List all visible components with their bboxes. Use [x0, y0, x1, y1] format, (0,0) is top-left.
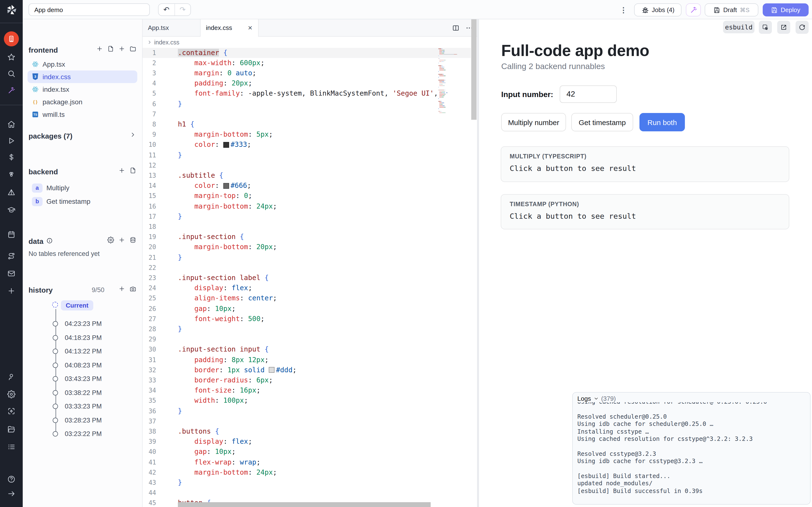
- backend-item-multiply[interactable]: aMultiply: [28, 181, 137, 194]
- run-both-button[interactable]: Run both: [640, 113, 685, 131]
- code-line-1[interactable]: 1.container {: [143, 48, 471, 58]
- rail-item-home[interactable]: [0, 120, 23, 128]
- code-line-32[interactable]: 32 border: 1px solid #ddd;: [143, 365, 471, 375]
- code-line-41[interactable]: 41 flex-wrap: wrap;: [143, 457, 471, 467]
- panel-divider[interactable]: [477, 19, 479, 507]
- more-menu-button[interactable]: ⋮: [619, 3, 628, 16]
- rail-item-star[interactable]: [0, 53, 23, 61]
- code-line-40[interactable]: 40 gap: 10px;: [143, 447, 471, 457]
- rail-item-play[interactable]: [0, 136, 23, 145]
- color-swatch[interactable]: [269, 367, 274, 373]
- code-line-27[interactable]: 27 font-weight: 500;: [143, 314, 471, 324]
- section-packages[interactable]: packages (7): [29, 132, 72, 140]
- code-line-17[interactable]: 17}: [143, 211, 471, 221]
- history-timestamp[interactable]: 03:28:23 PM: [65, 416, 102, 424]
- chevron-right-icon[interactable]: [130, 131, 136, 138]
- code-line-19[interactable]: 19.input-section {: [143, 232, 471, 242]
- backend-item-get-timestamp[interactable]: bGet timestamp: [28, 195, 137, 208]
- rail-item-prism[interactable]: [0, 188, 23, 196]
- code-line-16[interactable]: 16 margin-bottom: 24px;: [143, 201, 471, 211]
- code-line-31[interactable]: 31 padding: 8px 12px;: [143, 355, 471, 365]
- refresh-preview-button[interactable]: [796, 21, 809, 34]
- rail-item-worker[interactable]: [0, 407, 23, 415]
- app-name-input[interactable]: App demo: [29, 3, 150, 16]
- rail-item-settings-gear[interactable]: [0, 390, 23, 398]
- file-icon[interactable]: [107, 45, 114, 52]
- get-timestamp-button[interactable]: Get timestamp: [571, 113, 633, 131]
- gear-sm-icon[interactable]: [107, 237, 114, 243]
- ai-wand-button[interactable]: [686, 3, 701, 16]
- code-line-28[interactable]: 28}: [143, 324, 471, 334]
- code-line-10[interactable]: 10 color: #333;: [143, 140, 471, 150]
- color-swatch[interactable]: [223, 183, 229, 188]
- undo-button[interactable]: ↶: [158, 4, 175, 15]
- plus-icon[interactable]: [118, 167, 125, 174]
- history-node[interactable]: [53, 362, 58, 368]
- rail-item-folder-open[interactable]: [0, 425, 23, 433]
- database-icon[interactable]: [130, 237, 136, 243]
- code-line-25[interactable]: 25 align-items: center;: [143, 293, 471, 303]
- multiply-number-button[interactable]: Multiply number: [501, 113, 566, 131]
- code-line-42[interactable]: 42 margin-bottom: 24px;: [143, 467, 471, 477]
- tab-index.css[interactable]: index.css✕: [200, 19, 258, 37]
- select-component-button[interactable]: [759, 21, 772, 34]
- history-node[interactable]: [53, 376, 58, 382]
- code-line-43[interactable]: 43}: [143, 477, 471, 488]
- rail-item-plus[interactable]: [0, 287, 23, 295]
- history-node[interactable]: [53, 390, 58, 395]
- file-icon[interactable]: [130, 167, 136, 174]
- rail-item-windmill-logo[interactable]: [0, 4, 23, 16]
- file-item-App.tsx[interactable]: App.tsx: [28, 58, 137, 70]
- jobs-button[interactable]: Jobs (4): [634, 3, 681, 16]
- history-timestamp[interactable]: 04:08:23 PM: [65, 361, 102, 369]
- code-line-20[interactable]: 20 margin-bottom: 20px;: [143, 242, 471, 252]
- file-item-index.css[interactable]: 3index.css: [28, 70, 137, 83]
- code-line-33[interactable]: 33 border-radius: 6px;: [143, 375, 471, 385]
- logs-header[interactable]: Logs (379): [577, 395, 616, 402]
- minimap[interactable]: [438, 48, 469, 192]
- history-node[interactable]: [53, 417, 58, 423]
- code-line-7[interactable]: 7: [143, 109, 471, 119]
- code-line-4[interactable]: 4 padding: 20px;: [143, 78, 471, 89]
- code-line-23[interactable]: 23.input-section label {: [143, 273, 471, 283]
- plus-icon[interactable]: [118, 237, 125, 243]
- code-line-3[interactable]: 3 margin: 0 auto;: [143, 68, 471, 78]
- code-line-29[interactable]: 29: [143, 334, 471, 344]
- code-line-21[interactable]: 21}: [143, 252, 471, 263]
- code-line-18[interactable]: 18: [143, 222, 471, 232]
- code-line-13[interactable]: 13.subtitle {: [143, 170, 471, 181]
- code-line-5[interactable]: 5 font-family: -apple-system, BlinkMacSy…: [143, 89, 471, 99]
- rail-item-dollar[interactable]: [0, 153, 23, 161]
- history-timestamp[interactable]: 03:43:23 PM: [65, 375, 102, 382]
- code-line-11[interactable]: 11}: [143, 150, 471, 160]
- history-timestamp[interactable]: 04:23:23 PM: [65, 320, 102, 327]
- plus-icon[interactable]: [118, 45, 125, 52]
- code-line-35[interactable]: 35 width: 100px;: [143, 396, 471, 406]
- rail-item-wand[interactable]: [0, 86, 23, 95]
- code-area[interactable]: 1.container {2 max-width: 600px;3 margin…: [143, 48, 471, 507]
- number-input[interactable]: 42: [560, 86, 617, 103]
- history-node[interactable]: [53, 349, 58, 354]
- close-tab-icon[interactable]: ✕: [248, 24, 253, 32]
- code-line-22[interactable]: 22: [143, 263, 471, 273]
- code-line-36[interactable]: 36}: [143, 406, 471, 416]
- redo-button[interactable]: ↷: [175, 4, 191, 15]
- history-timestamp[interactable]: 03:33:23 PM: [65, 403, 102, 410]
- history-node[interactable]: [53, 431, 58, 437]
- code-line-37[interactable]: 37: [143, 416, 471, 426]
- code-line-15[interactable]: 15 margin-top: 0;: [143, 191, 471, 201]
- rail-item-user[interactable]: [0, 373, 23, 381]
- code-line-38[interactable]: 38.buttons {: [143, 427, 471, 437]
- open-external-button[interactable]: [777, 21, 790, 34]
- logs-output[interactable]: Using cached resolution for scheduler@ 0…: [577, 402, 806, 502]
- camera-icon[interactable]: [130, 285, 136, 292]
- file-item-package.json[interactable]: { }package.json: [28, 96, 137, 108]
- code-line-44[interactable]: 44: [143, 488, 471, 498]
- rail-item-list[interactable]: [0, 443, 23, 451]
- history-node[interactable]: [53, 335, 58, 340]
- rail-item-search[interactable]: [0, 69, 23, 77]
- folder-icon[interactable]: [130, 45, 136, 52]
- code-line-26[interactable]: 26 gap: 10px;: [143, 303, 471, 314]
- plus-icon[interactable]: [96, 45, 103, 52]
- code-line-8[interactable]: 8h1 {: [143, 119, 471, 129]
